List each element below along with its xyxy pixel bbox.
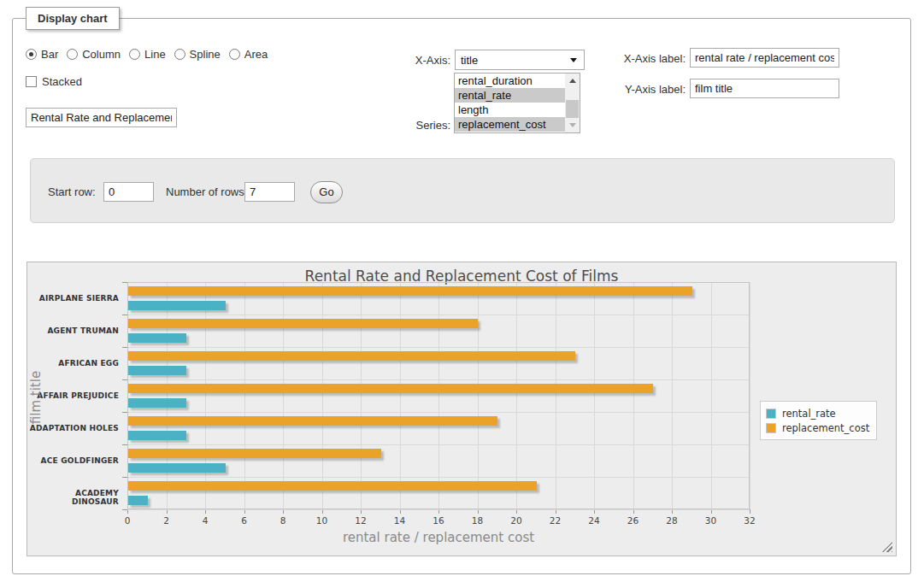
- x-tick-label: 24: [588, 515, 599, 526]
- x-axis-select[interactable]: title: [455, 50, 585, 70]
- x-axis-label-input[interactable]: [690, 48, 839, 68]
- radio-icon[interactable]: [174, 49, 185, 60]
- series-option-rental-duration[interactable]: rental_duration: [455, 73, 565, 88]
- gridline-vertical: [438, 282, 439, 509]
- scroll-up-button[interactable]: [565, 73, 580, 88]
- legend-item-replacement-cost: replacement_cost: [766, 420, 869, 435]
- gridline-vertical: [516, 282, 517, 509]
- gridline-vertical: [205, 282, 206, 509]
- fieldset-legend: Display chart: [26, 7, 120, 30]
- chart-type-radio-line[interactable]: Line: [129, 48, 166, 61]
- bar-replacement-cost-affair-prejudice: [128, 384, 653, 393]
- gridline-vertical: [556, 282, 556, 509]
- legend-swatch-icon: [766, 409, 776, 419]
- x-tick-label: 14: [394, 515, 405, 526]
- radio-label: Line: [144, 48, 166, 61]
- gridline-vertical: [167, 282, 168, 509]
- bar-replacement-cost-ace-goldfinger: [128, 449, 381, 458]
- series-option-rental-rate[interactable]: rental_rate: [455, 88, 565, 103]
- legend-item-rental-rate: rental_rate: [766, 406, 869, 420]
- chart-title-input[interactable]: [26, 108, 177, 127]
- gridline-vertical: [711, 282, 712, 509]
- stacked-label: Stacked: [42, 75, 82, 88]
- bar-rental-rate-african-egg: [128, 366, 186, 375]
- bar-rental-rate-airplane-sierra: [128, 301, 226, 310]
- x-tick-label: 18: [472, 515, 483, 526]
- go-button[interactable]: Go: [310, 181, 343, 203]
- gridline-horizontal: [127, 282, 750, 283]
- chart-y-axis-title: film title: [28, 338, 44, 457]
- chart-type-radio-area[interactable]: Area: [229, 48, 268, 61]
- y-tickmark: [122, 477, 127, 478]
- gridline-horizontal: [127, 477, 750, 478]
- bar-replacement-cost-airplane-sierra: [128, 286, 692, 296]
- y-tickmark: [122, 282, 127, 283]
- y-tickmark: [122, 444, 127, 445]
- gridline-horizontal: [127, 315, 750, 315]
- number-of-rows-input[interactable]: [244, 182, 295, 202]
- category-label-airplane-sierra: AIRPLANE SIERRA: [27, 294, 119, 303]
- stacked-checkbox[interactable]: [26, 76, 37, 87]
- chart-type-radio-bar[interactable]: Bar: [26, 48, 58, 61]
- listbox-scrollbar[interactable]: [565, 73, 580, 132]
- radio-label: Area: [244, 48, 268, 61]
- gridline-vertical: [283, 282, 284, 509]
- x-tick-label: 2: [163, 515, 169, 526]
- x-tick-label: 26: [627, 515, 639, 526]
- gridline-horizontal: [127, 444, 750, 445]
- chart-type-radio-spline[interactable]: Spline: [174, 48, 221, 61]
- stacked-checkbox-row[interactable]: Stacked: [26, 75, 82, 88]
- radio-label: Spline: [190, 48, 221, 61]
- legend-label: rental_rate: [782, 408, 836, 420]
- bar-replacement-cost-agent-truman: [128, 319, 478, 328]
- number-of-rows-label: Number of rows:: [166, 185, 247, 198]
- gridline-vertical: [633, 282, 634, 509]
- bar-rental-rate-affair-prejudice: [128, 398, 186, 408]
- bar-rental-rate-ace-goldfinger: [128, 463, 226, 473]
- series-option-replacement-cost[interactable]: replacement_cost: [455, 117, 565, 132]
- chart-x-axis-title: rental rate / replacement cost: [127, 530, 750, 545]
- chart-type-radio-column[interactable]: Column: [67, 48, 121, 61]
- chart-legend: rental_ratereplacement_cost: [760, 401, 877, 440]
- series-listbox[interactable]: rental_durationrental_ratelengthreplacem…: [454, 73, 580, 133]
- y-tickmark: [122, 509, 127, 510]
- x-tick-label: 28: [666, 515, 677, 526]
- gridline-horizontal: [127, 347, 750, 348]
- start-row-input[interactable]: [103, 182, 154, 202]
- category-label-ace-goldfinger: ACE GOLDFINGER: [27, 456, 119, 465]
- gridline-vertical: [478, 282, 479, 509]
- y-axis-label-caption: Y-Axis label:: [609, 83, 686, 96]
- legend-label: replacement_cost: [782, 422, 869, 434]
- row-controls-panel: Start row: Number of rows: Go: [30, 158, 895, 223]
- scroll-down-icon: [569, 123, 576, 127]
- bar-replacement-cost-african-egg: [128, 351, 575, 361]
- bar-replacement-cost-academy-dinosaur: [128, 481, 537, 491]
- y-tickmark: [122, 315, 127, 315]
- category-label-agent-truman: AGENT TRUMAN: [27, 326, 119, 335]
- x-tick-label: 20: [510, 515, 521, 526]
- radio-icon[interactable]: [67, 49, 78, 60]
- x-tick-label: 4: [203, 515, 209, 526]
- x-tick-label: 6: [241, 515, 247, 526]
- x-axis-label-caption: X-Axis label:: [609, 52, 686, 65]
- category-label-academy-dinosaur: ACADEMY DINOSAUR: [27, 489, 119, 506]
- y-axis-label-input[interactable]: [690, 79, 839, 98]
- radio-icon[interactable]: [229, 49, 240, 60]
- x-axis-select-value: title: [461, 54, 570, 67]
- y-tickmark: [122, 412, 127, 413]
- bar-rental-rate-adaptation-holes: [128, 431, 186, 440]
- chart-type-radio-group: BarColumnLineSplineArea: [26, 48, 276, 61]
- dropdown-arrow-icon: [570, 58, 577, 62]
- bar-chart-container: Rental Rate and Replacement Cost of Film…: [26, 262, 897, 556]
- scroll-down-button[interactable]: [565, 118, 580, 132]
- scrollbar-thumb[interactable]: [566, 100, 579, 119]
- resize-handle-icon[interactable]: [882, 542, 892, 552]
- y-tickmark: [122, 379, 127, 380]
- gridline-vertical: [361, 282, 362, 509]
- x-axis-select-label: X-Axis:: [373, 54, 450, 67]
- radio-icon[interactable]: [129, 49, 140, 60]
- radio-icon[interactable]: [26, 49, 37, 60]
- series-option-length[interactable]: length: [455, 103, 565, 117]
- x-tick-label: 12: [355, 515, 366, 526]
- legend-swatch-icon: [766, 423, 776, 433]
